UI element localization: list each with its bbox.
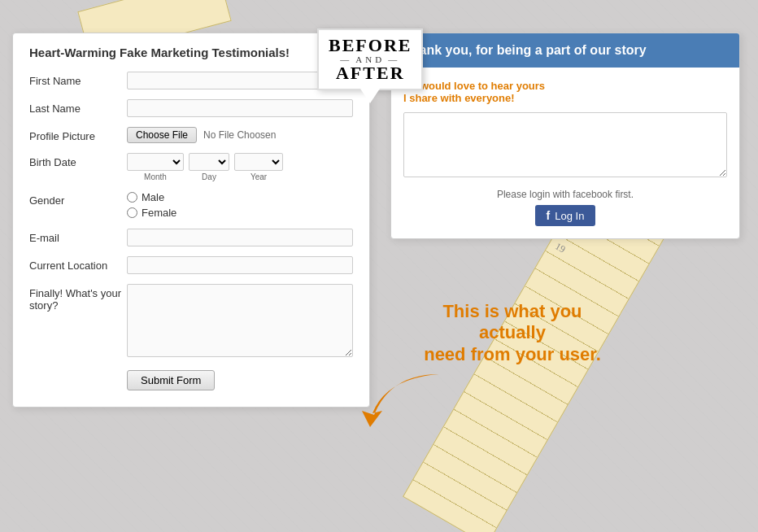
location-label: Current Location <box>29 256 127 272</box>
story-textarea[interactable] <box>127 284 353 357</box>
badge-arrow <box>360 89 380 103</box>
birth-date-label: Birth Date <box>29 153 127 168</box>
gender-label: Gender <box>29 191 127 207</box>
login-note: Please login with facebook first. <box>403 189 727 200</box>
submit-area: Submit Form <box>29 370 353 390</box>
month-label: Month <box>144 172 167 181</box>
birth-date-row: Birth Date Month Day <box>29 153 353 181</box>
profile-picture-label: Profile Picture <box>29 127 127 142</box>
login-area: Please login with facebook first. f Log … <box>403 189 727 226</box>
right-panel-textarea[interactable] <box>403 112 727 177</box>
email-label: E-mail <box>29 229 127 244</box>
email-row: E-mail <box>29 229 353 246</box>
right-panel: Thank you, for being a part of our story… <box>390 33 740 239</box>
choose-file-button[interactable]: Choose File <box>127 127 197 143</box>
email-input[interactable] <box>127 229 353 246</box>
location-input[interactable] <box>127 256 353 274</box>
after-text: AFTER <box>329 64 412 82</box>
month-select[interactable] <box>127 153 184 171</box>
story-row: Finally! What's your story? <box>29 284 353 360</box>
right-panel-desc: we would love to hear yours l share with… <box>403 80 727 104</box>
profile-picture-row: Profile Picture Choose File No File Choo… <box>29 127 353 143</box>
gender-radio-group: Male Female <box>127 191 353 219</box>
year-select[interactable] <box>234 153 283 171</box>
day-label: Day <box>202 172 216 181</box>
annotation-text: This is what you actually need from your… <box>423 301 602 365</box>
gender-male-radio[interactable] <box>127 192 137 203</box>
form-panel: Heart-Warming Fake Marketing Testimonial… <box>12 33 370 408</box>
file-upload-area: Choose File No File Choosen <box>127 127 353 143</box>
first-name-row: First Name <box>29 72 353 89</box>
day-select[interactable] <box>189 153 229 171</box>
arrow-svg <box>358 366 455 431</box>
first-name-label: First Name <box>29 72 127 87</box>
before-text: BEFORE <box>329 37 412 55</box>
facebook-icon: f <box>547 209 551 222</box>
location-row: Current Location <box>29 256 353 274</box>
facebook-login-button[interactable]: f Log In <box>535 205 596 226</box>
right-panel-header: Thank you, for being a part of our story <box>391 33 739 68</box>
last-name-input[interactable] <box>127 99 353 117</box>
last-name-row: Last Name <box>29 99 353 117</box>
year-label: Year <box>250 172 267 181</box>
gender-row: Gender Male Female <box>29 191 353 219</box>
no-file-text: No File Choosen <box>203 129 276 141</box>
gender-female[interactable]: Female <box>127 207 353 219</box>
story-label: Finally! What's your story? <box>29 284 127 312</box>
submit-button[interactable]: Submit Form <box>127 370 215 390</box>
arrow-annotation: This is what you actually need from your… <box>423 301 602 365</box>
gender-male[interactable]: Male <box>127 191 353 203</box>
gender-female-radio[interactable] <box>127 207 137 218</box>
last-name-label: Last Name <box>29 99 127 115</box>
form-title: Heart-Warming Fake Marketing Testimonial… <box>29 46 353 59</box>
right-panel-body: we would love to hear yours l share with… <box>391 68 739 238</box>
login-btn-label: Log In <box>555 210 584 222</box>
before-after-badge: BEFORE AND AFTER <box>317 28 423 90</box>
date-area: Month Day Year <box>127 153 353 181</box>
